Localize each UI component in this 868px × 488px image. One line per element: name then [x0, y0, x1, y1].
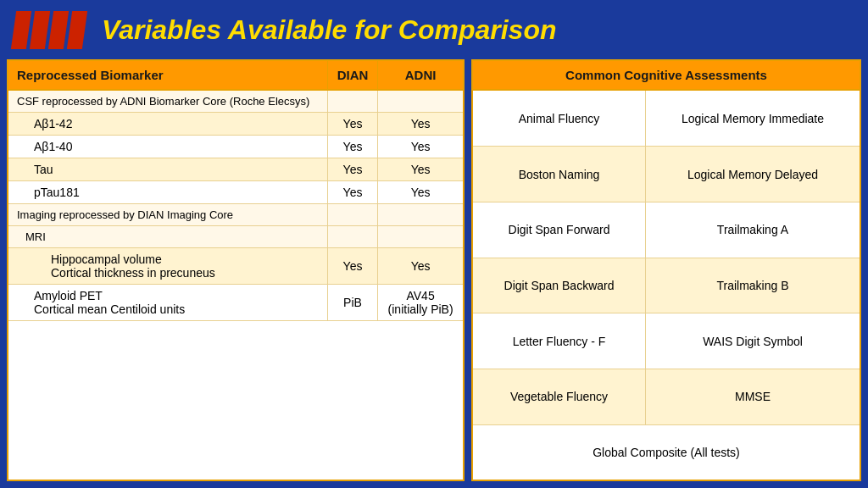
row-label: pTau181 [8, 181, 327, 204]
col-header-cognitive: Common Cognitive Assessments [473, 61, 860, 90]
row-dian [327, 90, 377, 113]
table-row: Hippocampal volumeCortical thickness in … [8, 248, 463, 285]
row-dian [327, 204, 377, 226]
row-adni: Yes [378, 181, 463, 204]
left-table-panel: Reprocessed Biomarker DIAN ADNI CSF repr… [7, 59, 465, 481]
row-label: Hippocampal volumeCortical thickness in … [8, 248, 327, 285]
page-header: Variables Available for Comparison [0, 0, 868, 59]
row-label: CSF reprocessed by ADNI Biomarker Core (… [8, 90, 327, 113]
row-dian: Yes [327, 181, 377, 204]
row-col1: Letter Fluency - F [473, 313, 646, 369]
row-col1: Vegetable Fluency [473, 369, 646, 425]
row-label: Aβ1-40 [8, 136, 327, 158]
table-row: Digit Span Backward Trailmaking B [473, 258, 860, 313]
row-adni: Yes [378, 248, 463, 285]
table-row: MRI [8, 226, 463, 248]
row-label: Amyloid PETCortical mean Centiloid units [8, 285, 327, 321]
row-col2: Logical Memory Immediate [646, 90, 860, 147]
main-content: Reprocessed Biomarker DIAN ADNI CSF repr… [0, 59, 868, 488]
row-col2: MMSE [646, 369, 860, 425]
logo-bar-2 [30, 11, 50, 49]
row-adni [378, 204, 463, 226]
table-row: CSF reprocessed by ADNI Biomarker Core (… [8, 90, 463, 113]
right-table-panel: Common Cognitive Assessments Animal Flue… [471, 59, 861, 481]
table-row: Boston Naming Logical Memory Delayed [473, 147, 860, 202]
logo-bar-3 [48, 11, 69, 49]
table-row: Vegetable Fluency MMSE [473, 369, 860, 425]
table-row: Amyloid PETCortical mean Centiloid units… [8, 285, 463, 321]
logo-bar-4 [67, 11, 87, 49]
page-title: Variables Available for Comparison [102, 14, 556, 46]
row-col2: Trailmaking B [646, 258, 860, 313]
row-adni [378, 90, 463, 113]
row-adni: Yes [378, 158, 463, 181]
row-dian: Yes [327, 248, 377, 285]
row-dian [327, 226, 377, 248]
row-dian: Yes [327, 113, 377, 136]
table-row: Imaging reprocessed by DIAN Imaging Core [8, 204, 463, 226]
table-row: Aβ1-42 Yes Yes [8, 113, 463, 136]
row-col-span: Global Composite (All tests) [473, 424, 860, 480]
row-label: Tau [8, 158, 327, 181]
table-row: Animal Fluency Logical Memory Immediate [473, 90, 860, 147]
row-adni: AV45(initially PiB) [378, 285, 463, 321]
row-dian: Yes [327, 136, 377, 158]
row-col2: Trailmaking A [646, 202, 860, 258]
table-row: Aβ1-40 Yes Yes [8, 136, 463, 158]
row-col2: Logical Memory Delayed [646, 147, 860, 202]
row-label: Imaging reprocessed by DIAN Imaging Core [8, 204, 327, 226]
table-row: Tau Yes Yes [8, 158, 463, 181]
row-label: MRI [8, 226, 327, 248]
table-row: Letter Fluency - F WAIS Digit Symbol [473, 313, 860, 369]
row-adni: Yes [378, 136, 463, 158]
biomarker-table: Reprocessed Biomarker DIAN ADNI CSF repr… [8, 61, 463, 321]
row-col1: Boston Naming [473, 147, 646, 202]
col-header-adni: ADNI [378, 61, 463, 90]
col-header-dian: DIAN [327, 61, 377, 90]
row-dian: PiB [327, 285, 377, 321]
cognitive-table: Common Cognitive Assessments Animal Flue… [473, 61, 860, 480]
table-row: Global Composite (All tests) [473, 424, 860, 480]
row-col2: WAIS Digit Symbol [646, 313, 860, 369]
row-adni: Yes [378, 113, 463, 136]
row-label: Aβ1-42 [8, 113, 327, 136]
row-col1: Digit Span Backward [473, 258, 646, 313]
row-col1: Animal Fluency [473, 90, 646, 147]
table-row: pTau181 Yes Yes [8, 181, 463, 204]
col-header-biomarker: Reprocessed Biomarker [8, 61, 327, 90]
logo-bar-1 [11, 11, 31, 49]
table-row: Digit Span Forward Trailmaking A [473, 202, 860, 258]
row-adni [378, 226, 463, 248]
row-col1: Digit Span Forward [473, 202, 646, 258]
logo-bars [14, 11, 85, 49]
row-dian: Yes [327, 158, 377, 181]
